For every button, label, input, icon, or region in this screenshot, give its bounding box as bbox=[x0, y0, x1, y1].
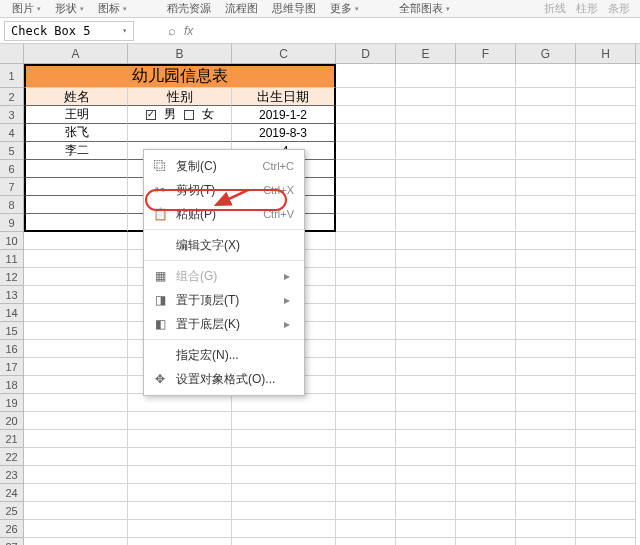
col-header-G[interactable]: G bbox=[516, 44, 576, 63]
cell-name[interactable]: 张飞 bbox=[24, 124, 128, 142]
row-header[interactable]: 4 bbox=[0, 124, 24, 142]
header-dob[interactable]: 出生日期 bbox=[232, 88, 336, 106]
cell[interactable] bbox=[336, 520, 396, 538]
cell[interactable] bbox=[576, 430, 636, 448]
ribbon-tab-shape[interactable]: 形状▾ bbox=[55, 1, 84, 16]
header-gender[interactable]: 性别 bbox=[128, 88, 232, 106]
cell[interactable] bbox=[128, 412, 232, 430]
cell[interactable] bbox=[516, 214, 576, 232]
cell[interactable] bbox=[456, 142, 516, 160]
cell[interactable] bbox=[336, 268, 396, 286]
row-header[interactable]: 8 bbox=[0, 196, 24, 214]
cell[interactable] bbox=[516, 322, 576, 340]
cell[interactable] bbox=[336, 412, 396, 430]
cell[interactable] bbox=[336, 448, 396, 466]
cell[interactable] bbox=[516, 88, 576, 106]
cell[interactable] bbox=[232, 538, 336, 545]
cell[interactable] bbox=[576, 412, 636, 430]
cell[interactable] bbox=[456, 304, 516, 322]
cell[interactable] bbox=[456, 88, 516, 106]
cell[interactable] bbox=[396, 214, 456, 232]
cell[interactable] bbox=[24, 502, 128, 520]
cell[interactable] bbox=[516, 520, 576, 538]
ribbon-line-chart[interactable]: 折线 bbox=[544, 1, 566, 16]
cell[interactable] bbox=[576, 250, 636, 268]
cell[interactable] bbox=[396, 250, 456, 268]
cell[interactable] bbox=[336, 466, 396, 484]
ribbon-hbar-chart[interactable]: 条形 bbox=[608, 1, 630, 16]
cell[interactable] bbox=[576, 322, 636, 340]
cell[interactable] bbox=[516, 124, 576, 142]
cell[interactable] bbox=[24, 304, 128, 322]
row-header[interactable]: 15 bbox=[0, 322, 24, 340]
cell[interactable] bbox=[336, 286, 396, 304]
cell[interactable] bbox=[456, 106, 516, 124]
cell[interactable] bbox=[456, 160, 516, 178]
cell[interactable] bbox=[336, 484, 396, 502]
cell[interactable] bbox=[456, 520, 516, 538]
cell[interactable] bbox=[24, 286, 128, 304]
ctx-item[interactable]: ◨置于顶层(T)▸ bbox=[144, 288, 304, 312]
cell[interactable] bbox=[336, 322, 396, 340]
cell[interactable] bbox=[336, 88, 396, 106]
cell[interactable] bbox=[232, 412, 336, 430]
cell[interactable] bbox=[576, 214, 636, 232]
cell[interactable] bbox=[336, 214, 396, 232]
cell[interactable] bbox=[396, 466, 456, 484]
col-header-E[interactable]: E bbox=[396, 44, 456, 63]
cell[interactable] bbox=[336, 502, 396, 520]
cell[interactable] bbox=[396, 64, 456, 88]
cell[interactable] bbox=[516, 196, 576, 214]
cell[interactable] bbox=[576, 448, 636, 466]
cell[interactable] bbox=[456, 394, 516, 412]
cell[interactable] bbox=[24, 214, 128, 232]
cell[interactable] bbox=[576, 124, 636, 142]
cell[interactable] bbox=[24, 484, 128, 502]
row-header[interactable]: 14 bbox=[0, 304, 24, 322]
cell[interactable] bbox=[516, 160, 576, 178]
cell[interactable] bbox=[396, 430, 456, 448]
cell[interactable] bbox=[24, 232, 128, 250]
ribbon-tab-icon[interactable]: 图标▾ bbox=[98, 1, 127, 16]
cell[interactable] bbox=[576, 304, 636, 322]
cell[interactable] bbox=[456, 448, 516, 466]
row-header[interactable]: 19 bbox=[0, 394, 24, 412]
col-header-H[interactable]: H bbox=[576, 44, 636, 63]
cell[interactable] bbox=[396, 88, 456, 106]
cell[interactable] bbox=[456, 232, 516, 250]
cell[interactable] bbox=[336, 142, 396, 160]
cell[interactable] bbox=[24, 196, 128, 214]
cell[interactable] bbox=[396, 124, 456, 142]
col-header-D[interactable]: D bbox=[336, 44, 396, 63]
cell[interactable] bbox=[24, 466, 128, 484]
col-header-B[interactable]: B bbox=[128, 44, 232, 63]
cell[interactable] bbox=[576, 502, 636, 520]
cell[interactable] bbox=[232, 448, 336, 466]
cell[interactable] bbox=[396, 376, 456, 394]
cell[interactable] bbox=[456, 502, 516, 520]
ctx-item[interactable]: 指定宏(N)... bbox=[144, 343, 304, 367]
cell[interactable] bbox=[516, 502, 576, 520]
row-header[interactable]: 23 bbox=[0, 466, 24, 484]
cell[interactable] bbox=[516, 376, 576, 394]
cell[interactable] bbox=[336, 160, 396, 178]
row-header[interactable]: 22 bbox=[0, 448, 24, 466]
cell[interactable] bbox=[396, 304, 456, 322]
cell[interactable] bbox=[576, 286, 636, 304]
name-box[interactable]: Check Box 5 ▾ bbox=[4, 21, 134, 41]
cell[interactable] bbox=[576, 358, 636, 376]
cell[interactable] bbox=[24, 322, 128, 340]
cell[interactable] bbox=[456, 376, 516, 394]
row-header[interactable]: 7 bbox=[0, 178, 24, 196]
cell[interactable] bbox=[336, 394, 396, 412]
cell[interactable] bbox=[336, 250, 396, 268]
checkbox-male[interactable] bbox=[146, 110, 156, 120]
cell[interactable] bbox=[456, 412, 516, 430]
cell[interactable] bbox=[396, 520, 456, 538]
checkbox-female[interactable] bbox=[184, 110, 194, 120]
cell[interactable] bbox=[576, 340, 636, 358]
name-box-caret-icon[interactable]: ▾ bbox=[122, 26, 127, 35]
cell[interactable] bbox=[336, 124, 396, 142]
cell[interactable] bbox=[396, 286, 456, 304]
cell[interactable] bbox=[24, 394, 128, 412]
